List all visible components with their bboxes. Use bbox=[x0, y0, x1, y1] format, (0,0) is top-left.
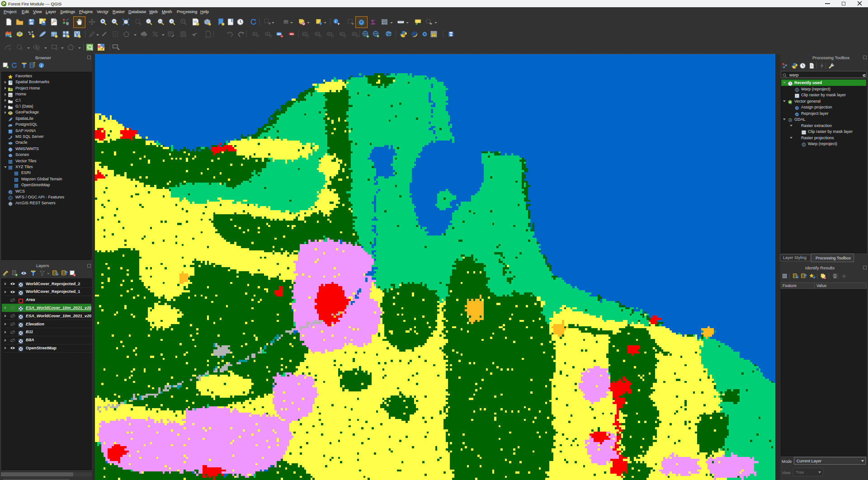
svg-text:abc: abc bbox=[277, 33, 282, 35]
svg-text:ab: ab bbox=[353, 33, 356, 35]
svg-text:ab: ab bbox=[303, 33, 306, 35]
svg-text:ab: ab bbox=[254, 33, 256, 35]
svg-text:Σ: Σ bbox=[371, 19, 375, 26]
svg-text:ab: ab bbox=[316, 33, 319, 35]
svg-text:1:1: 1:1 bbox=[159, 20, 163, 23]
svg-text:abc: abc bbox=[290, 33, 294, 35]
svg-text:ab: ab bbox=[328, 33, 331, 35]
svg-text:ab: ab bbox=[341, 33, 344, 35]
svg-text:ab: ab bbox=[266, 33, 269, 35]
